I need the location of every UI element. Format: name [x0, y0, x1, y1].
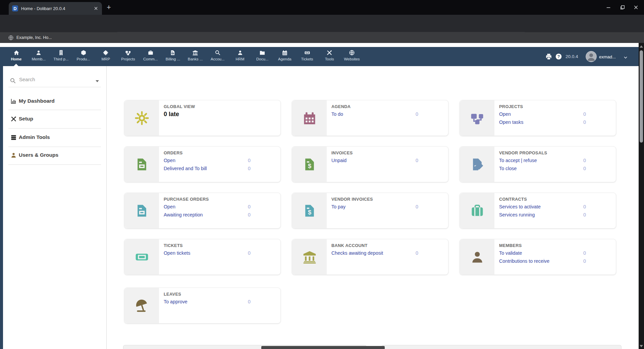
stat-link[interactable]: Open [499, 111, 511, 117]
topmenu-item-accou[interactable]: Accou... [206, 47, 229, 66]
card-stat-row: Open tasks0 [499, 119, 612, 128]
stat-value[interactable]: 0 [243, 299, 256, 304]
scrollbar-thumb[interactable] [640, 50, 643, 143]
stat-link[interactable]: Awaiting reception [164, 212, 203, 217]
topmenu-item-label: Produ... [72, 57, 95, 61]
stat-value[interactable]: 0 [243, 158, 256, 163]
stat-value[interactable]: 0 [410, 250, 424, 256]
stat-link[interactable]: To pay [331, 204, 345, 209]
stat-link[interactable]: Open tasks [499, 119, 523, 125]
window-restore-icon[interactable] [620, 5, 625, 10]
topmenu-item-websites[interactable]: Websites [341, 47, 363, 66]
card-vendor-proposals[interactable]: VENDOR PROPOSALS To accept | refuse0To c… [460, 146, 616, 182]
file-pen-icon [460, 147, 494, 182]
stat-value[interactable]: 0 [578, 166, 591, 171]
card-members[interactable]: MEMBERS To validate0Contributions to rec… [460, 239, 616, 275]
card-contracts[interactable]: CONTRACTS Services to activate0Services … [460, 193, 616, 229]
search-input[interactable] [18, 76, 84, 83]
topmenu-item-hrm[interactable]: HRM [229, 47, 251, 66]
stat-value[interactable]: 0 [578, 158, 591, 163]
stat-link[interactable]: Checks awaiting deposit [331, 250, 383, 256]
stat-value[interactable]: 0 [578, 250, 591, 256]
card-global-view[interactable]: GLOBAL VIEW 0 late [124, 100, 281, 136]
sidebar-item-setup[interactable]: Setup [3, 113, 106, 125]
sidebar-item-users-groups[interactable]: Users & Groups [3, 150, 106, 161]
svg-text:$: $ [308, 209, 311, 216]
card-projects[interactable]: PROJECTS Open0Open tasks0 [460, 100, 616, 136]
stat-link[interactable]: Delivered and To bill [164, 166, 207, 171]
topmenu-item-banks[interactable]: Banks ... [184, 47, 207, 66]
stat-value[interactable]: 0 [578, 119, 591, 125]
mrp-icon [103, 50, 109, 56]
card-title: ORDERS [164, 150, 183, 155]
topmenu-item-tools[interactable]: Tools [318, 47, 341, 66]
topmenu-item-tickets[interactable]: Tickets [296, 47, 318, 66]
tab-close-icon[interactable] [93, 6, 99, 11]
card-tickets[interactable]: TICKETS Open tickets0 [124, 239, 281, 275]
scrollbar-up-icon[interactable] [640, 45, 643, 48]
topmenu-item-memb[interactable]: Memb... [28, 47, 50, 66]
window-minimize-icon[interactable] [606, 5, 611, 10]
help-icon[interactable]: ? [555, 53, 562, 60]
page-scrollbar[interactable] [639, 43, 644, 349]
topmenu-item-mrp[interactable]: MRP [95, 47, 117, 66]
stat-link[interactable]: Open [164, 158, 175, 163]
sidebar-item-admin-tools[interactable]: Admin Tools [3, 132, 106, 143]
user-menu-label[interactable]: exmad... [599, 54, 616, 59]
topmenu-item-docu[interactable]: Docu... [251, 47, 274, 66]
stat-value[interactable]: 0 [578, 111, 591, 117]
topmenu-item-label: Accou... [206, 57, 229, 61]
sidebar-item-my-dashboard[interactable]: My Dashboard [3, 96, 106, 107]
card-leaves[interactable]: LEAVES To approve0 [124, 288, 281, 323]
card-purchase-orders[interactable]: PURCHASE ORDERS Open0Awaiting reception0 [124, 193, 281, 229]
browser-tab[interactable]: D Home - Dolibarr 20.0.4 [9, 2, 102, 15]
card-bank-account[interactable]: BANK ACCOUNT Checks awaiting deposit0 [292, 239, 448, 275]
stat-link[interactable]: To approve [164, 299, 187, 304]
stat-link[interactable]: To do [331, 111, 343, 117]
stat-value[interactable]: 0 [410, 111, 424, 117]
new-tab-button[interactable]: + [107, 3, 111, 12]
topmenu-item-produ[interactable]: Produ... [72, 47, 95, 66]
stat-link[interactable]: Services running [499, 212, 535, 217]
topmenu-item-projects[interactable]: Projects [117, 47, 140, 66]
stat-value[interactable]: 0 [410, 204, 424, 209]
card-stat-row: Unpaid0 [331, 158, 444, 166]
stat-link[interactable]: Contributions to receive [499, 258, 549, 264]
stat-value[interactable]: 0 [578, 204, 591, 209]
stat-value[interactable]: 0 [243, 204, 256, 209]
scrollbar-down-icon[interactable] [640, 345, 643, 347]
chevron-down-icon[interactable] [623, 55, 628, 60]
card-agenda[interactable]: AGENDA To do0 [292, 100, 448, 136]
search-icon [10, 78, 16, 84]
bookmark-item[interactable]: Example, Inc. Ho... [8, 35, 52, 41]
stat-value[interactable]: 0 [578, 212, 591, 217]
file-lines-icon [124, 193, 159, 228]
card-vendor-invoices[interactable]: $ VENDOR INVOICES To pay0 [292, 193, 448, 229]
card-stat-row: Delivered and To bill0 [164, 166, 276, 174]
topmenu-item-label: Comm... [139, 57, 162, 61]
window-close-icon[interactable] [633, 5, 639, 10]
topmenu-item-billing[interactable]: Billing ... [162, 47, 184, 66]
topmenu-item-comm[interactable]: Comm... [139, 47, 162, 66]
stat-value[interactable]: 0 [243, 166, 256, 171]
stat-value[interactable]: 0 [578, 258, 591, 264]
search-dropdown-caret-icon[interactable] [96, 80, 99, 82]
browser-toolbar: dolibarr.example.com/index.php?mainmenu=… [0, 15, 644, 32]
stat-value[interactable]: 0 [410, 158, 424, 163]
stat-link[interactable]: Services to activate [499, 204, 541, 209]
stat-link[interactable]: Open [164, 204, 175, 209]
topmenu-item-third-p[interactable]: Third p... [50, 47, 72, 66]
topmenu-item-agenda[interactable]: Agenda [273, 47, 296, 66]
stat-value[interactable]: 0 [243, 212, 256, 217]
user-avatar[interactable] [586, 51, 597, 62]
stat-link[interactable]: Open tickets [164, 250, 190, 256]
stat-link[interactable]: To accept | refuse [499, 158, 537, 163]
stat-link[interactable]: To validate [499, 250, 522, 256]
stat-link[interactable]: Unpaid [331, 158, 346, 163]
stat-link[interactable]: To close [499, 166, 517, 171]
print-icon[interactable] [545, 53, 552, 60]
stat-value[interactable]: 0 [243, 250, 256, 256]
card-invoices[interactable]: $ INVOICES Unpaid0 [292, 146, 448, 182]
topmenu-item-home[interactable]: Home [5, 47, 28, 66]
card-orders[interactable]: ORDERS Open0Delivered and To bill0 [124, 146, 281, 182]
